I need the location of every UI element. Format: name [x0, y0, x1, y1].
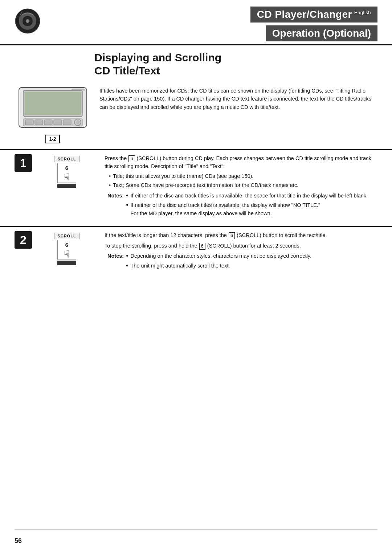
step-1-scroll-base — [57, 184, 76, 188]
bottom-rule — [15, 530, 377, 530]
step-2-note-1: • Depending on the character styles, cha… — [126, 252, 377, 260]
svg-rect-10 — [44, 120, 52, 125]
header-english-label: English — [354, 10, 371, 15]
header-main-title: CD Player/ChangerEnglish — [250, 7, 377, 23]
device-illustration — [17, 86, 88, 133]
step-1-scroll-box: 6 ☟ — [57, 163, 76, 183]
step-1-note-1: • If either of the disc and track titles… — [126, 192, 377, 200]
step-2-notes-label: Notes: — [107, 252, 124, 260]
step-1-bullet-2: Text; Some CDs have pre-recorded text in… — [105, 181, 377, 189]
step-2-note-2: • The unit might automatically scroll th… — [126, 262, 377, 270]
page-footer: 56 — [15, 537, 22, 545]
step-1-illustration: SCROLL 6 ☟ — [38, 154, 96, 188]
step-2-key-1: 6 — [229, 232, 235, 239]
step-1-scroll-num: 6 — [65, 165, 68, 171]
svg-rect-8 — [25, 120, 33, 125]
step-2-scroll-box: 6 ☟ — [57, 240, 76, 260]
step-1-bullet-1: Title; this unit allows you to title (na… — [105, 172, 377, 180]
section-title-line1: Displaying and Scrolling — [94, 52, 221, 64]
svg-rect-12 — [63, 120, 71, 125]
step-1-number-block: 1 — [15, 154, 34, 172]
step-2-instruction-2: To stop the scrolling, press and hold th… — [105, 242, 377, 250]
step-2-notes: Notes: • Depending on the character styl… — [105, 252, 377, 270]
section-title: Displaying and Scrolling CD Title/Text — [94, 51, 377, 77]
step-1-scroll-label: SCROLL — [54, 156, 79, 162]
step-1-notes: Notes: • If either of the disc and track… — [105, 192, 377, 217]
step-1-key: 6 — [128, 155, 135, 162]
step-1-number: 1 — [15, 154, 32, 172]
header-subtitle: Operation (Optional) — [266, 25, 377, 41]
svg-point-14 — [76, 121, 79, 124]
svg-point-3 — [26, 19, 29, 23]
step-2-scroll-label: SCROLL — [54, 233, 79, 239]
header-title-block: CD Player/ChangerEnglish Operation (Opti… — [52, 7, 377, 41]
step-1-notes-row: Notes: • If either of the disc and track… — [105, 192, 377, 217]
svg-rect-9 — [35, 120, 43, 125]
svg-rect-6 — [25, 92, 81, 115]
step-1-row: 1 SCROLL 6 ☟ Press the 6 (SCROLL) button… — [0, 149, 392, 217]
step-1-notes-content: • If either of the disc and track titles… — [126, 192, 377, 217]
step-2-number-block: 2 — [15, 231, 34, 249]
step-1-text: Press the 6 (SCROLL) button during CD pl… — [105, 154, 377, 217]
svg-rect-15 — [72, 89, 85, 90]
svg-rect-11 — [54, 120, 62, 125]
step-2-text: If the text/title is longer than 12 char… — [105, 231, 377, 270]
device-image-block: 1•2 — [15, 86, 91, 143]
step-1-notes-label: Notes: — [107, 192, 124, 200]
step-2-finger-icon: ☟ — [64, 249, 70, 259]
step-2-illustration: SCROLL 6 ☟ — [38, 231, 96, 265]
step-1-finger-icon: ☟ — [64, 172, 70, 182]
cd-logo — [15, 8, 41, 34]
intro-text: If titles have been memorized for CDs, t… — [99, 83, 377, 143]
page-number: 56 — [15, 537, 22, 544]
step-1-instruction: Press the 6 (SCROLL) button during CD pl… — [105, 154, 377, 171]
step-2-scroll-num: 6 — [65, 242, 68, 248]
step-1-bullets: Title; this unit allows you to title (na… — [105, 172, 377, 189]
step-2-instruction-1: If the text/title is longer than 12 char… — [105, 231, 377, 239]
step-2-key-2: 6 — [199, 243, 205, 250]
page-header: CD Player/ChangerEnglish Operation (Opti… — [0, 0, 392, 45]
step-2-row: 2 SCROLL 6 ☟ If the text/title is longer… — [0, 226, 392, 270]
section-title-line2: CD Title/Text — [94, 65, 160, 77]
intro-row: 1•2 If titles have been memorized for CD… — [0, 83, 392, 143]
step-2-scroll-base — [57, 261, 76, 265]
step-2-notes-row: Notes: • Depending on the character styl… — [105, 252, 377, 270]
step-2-notes-content: • Depending on the character styles, cha… — [126, 252, 377, 270]
section-title-block: Displaying and Scrolling CD Title/Text — [0, 45, 392, 79]
header-title-text: CD Player/Changer — [257, 9, 352, 20]
step-2-number: 2 — [15, 231, 32, 249]
step-1-note-2: • If neither of the disc and track title… — [126, 201, 377, 217]
device-step-badge: 1•2 — [45, 135, 60, 143]
